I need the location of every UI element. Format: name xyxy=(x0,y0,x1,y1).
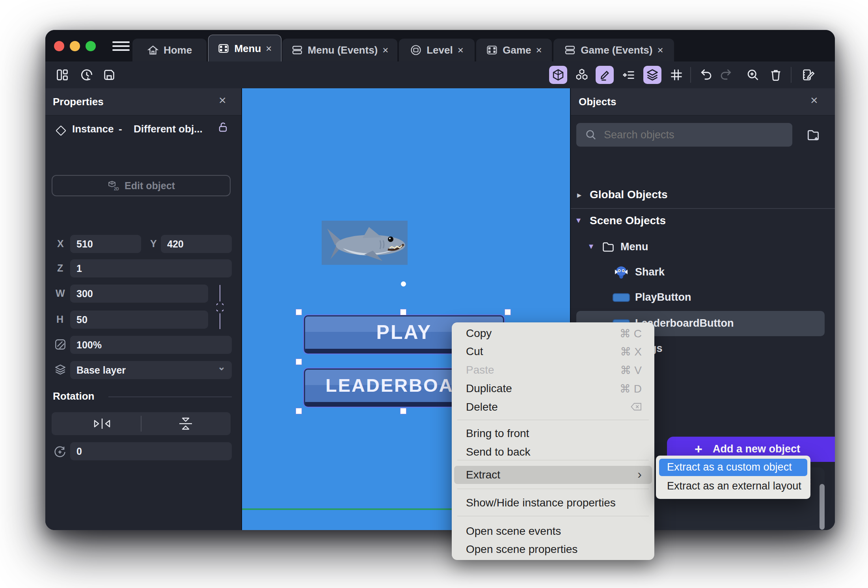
panel-title: Objects xyxy=(579,96,616,108)
menu-item-show-hide-instance-properties[interactable]: Show/Hide instance properties xyxy=(466,497,616,509)
close-icon[interactable]: × xyxy=(266,43,272,55)
menu-item-send-to-back[interactable]: Send to back xyxy=(466,446,530,458)
search-input[interactable] xyxy=(603,128,786,141)
window-close-button[interactable] xyxy=(54,41,64,51)
close-icon[interactable]: × xyxy=(657,44,663,56)
group-global-objects[interactable]: Global Objects xyxy=(590,188,668,201)
instances-list-button[interactable] xyxy=(620,66,638,84)
trash-button[interactable] xyxy=(767,66,785,84)
menu-item-extract-highlight[interactable]: Extract › xyxy=(454,466,652,484)
tree-row-playbutton[interactable]: PlayButton ⋮ xyxy=(571,287,835,308)
close-icon[interactable]: × xyxy=(382,44,388,56)
rotate-angle-icon xyxy=(53,445,67,459)
scene-properties-button[interactable] xyxy=(799,66,818,84)
submenu-item-extract-custom-object[interactable]: Extract as a custom object xyxy=(659,459,807,476)
layer-icon xyxy=(54,363,67,376)
close-icon[interactable]: × xyxy=(810,93,818,108)
layer-select-value: Base layer xyxy=(76,365,126,376)
submenu-label: Extract as a custom object xyxy=(667,461,792,473)
opacity-icon xyxy=(54,338,67,351)
selection-handle[interactable] xyxy=(296,408,302,414)
link-dimensions-line xyxy=(220,313,220,329)
tab-label: Home xyxy=(164,44,192,56)
rotation-angle-input[interactable] xyxy=(70,442,232,460)
selection-handle[interactable] xyxy=(400,309,406,315)
redo-button[interactable] xyxy=(717,66,736,84)
objects-editor-button[interactable] xyxy=(573,66,591,84)
rotation-handle[interactable] xyxy=(401,281,406,287)
menu-item-paste[interactable]: Paste xyxy=(466,364,494,376)
properties-panel: Properties × Instance - Different obj...… xyxy=(45,88,241,530)
menu-shortcut: ⌘ D xyxy=(620,382,642,395)
tree-label: PlayButton xyxy=(635,291,691,303)
close-icon[interactable]: × xyxy=(536,44,542,56)
shark-sprite[interactable] xyxy=(322,221,408,265)
tree-row-shark[interactable]: Shark ⋮ xyxy=(571,262,835,283)
play-button-label: PLAY xyxy=(376,321,432,343)
hamburger-menu-icon[interactable] xyxy=(112,41,130,51)
opacity-input[interactable] xyxy=(70,336,232,354)
titlebar: Home Menu × Menu (Events) × Level × Game… xyxy=(45,30,835,61)
chevron-down-icon: ⌄ xyxy=(218,358,225,376)
tab-label: Level xyxy=(427,44,453,56)
close-icon[interactable]: × xyxy=(458,44,464,56)
flip-vertical-button[interactable] xyxy=(178,417,194,431)
zoom-in-button[interactable] xyxy=(744,66,762,84)
panels-layout-button[interactable] xyxy=(53,66,71,84)
instance-object-name: Different obj... xyxy=(134,123,203,135)
tab-menu-events[interactable]: Menu (Events) × xyxy=(282,39,397,61)
rotation-section-title: Rotation xyxy=(53,390,94,402)
tab-game-events[interactable]: Game (Events) × xyxy=(553,39,674,61)
w-input[interactable] xyxy=(70,285,208,303)
window-minimize-button[interactable] xyxy=(70,41,80,51)
window-maximize-button[interactable] xyxy=(86,41,96,51)
group-scene-objects[interactable]: Scene Objects xyxy=(590,214,666,227)
menu-item-delete[interactable]: Delete xyxy=(466,401,498,413)
submenu-item-extract-external-layout[interactable]: Extract as an external layout xyxy=(659,478,807,495)
tab-label: Game xyxy=(503,44,531,56)
close-icon[interactable]: × xyxy=(219,93,226,108)
menu-item-duplicate[interactable]: Duplicate xyxy=(466,382,512,395)
level-tab-icon xyxy=(410,44,422,56)
x-input[interactable] xyxy=(70,235,141,253)
instance-type-label: Instance xyxy=(72,123,114,135)
layers-button[interactable] xyxy=(643,66,661,84)
chevron-expanded-icon[interactable]: ▾ xyxy=(576,215,581,225)
h-input[interactable] xyxy=(70,311,208,329)
selection-handle[interactable] xyxy=(505,309,511,315)
z-input[interactable] xyxy=(70,259,232,277)
w-label: W xyxy=(56,288,65,299)
selection-handle[interactable] xyxy=(400,408,406,414)
layers-scrollbar[interactable] xyxy=(820,484,825,530)
menu-item-cut[interactable]: Cut xyxy=(466,345,483,358)
flip-horizontal-button[interactable] xyxy=(93,417,111,430)
undo-button[interactable] xyxy=(697,66,715,84)
link-dimensions-line xyxy=(220,285,220,301)
grid-button[interactable] xyxy=(667,66,685,84)
edit-object-button[interactable]: 2D Edit object xyxy=(52,175,231,196)
tree-label: Shark xyxy=(635,266,665,278)
add-folder-icon[interactable] xyxy=(806,128,821,143)
layer-select[interactable]: Base layer ⌄ xyxy=(70,361,232,379)
tab-level[interactable]: Level × xyxy=(399,39,475,61)
menu-item-bring-to-front[interactable]: Bring to front xyxy=(466,427,529,440)
menu-item-copy[interactable]: Copy xyxy=(466,327,492,340)
history-button[interactable] xyxy=(78,66,96,84)
toggle-3d-view-button[interactable] xyxy=(549,66,567,84)
menu-item-open-scene-properties[interactable]: Open scene properties xyxy=(466,543,577,556)
chevron-collapsed-icon[interactable]: ▸ xyxy=(577,190,581,200)
tab-menu[interactable]: Menu × xyxy=(208,35,281,62)
menu-item-open-scene-events[interactable]: Open scene events xyxy=(466,525,561,538)
tree-row-menu-folder[interactable]: ▾ Menu ⋮ xyxy=(571,236,835,258)
y-input[interactable] xyxy=(161,235,232,253)
selection-handle[interactable] xyxy=(296,359,302,365)
unlock-icon[interactable] xyxy=(217,121,229,133)
shark-object-thumbnail xyxy=(613,264,629,280)
link-dimensions-icon[interactable] xyxy=(216,302,224,313)
selection-handle[interactable] xyxy=(296,309,302,315)
flip-buttons-bar xyxy=(52,412,231,435)
edit-instances-button[interactable] xyxy=(596,66,614,84)
save-button[interactable] xyxy=(100,66,118,84)
tab-game[interactable]: Game × xyxy=(476,39,552,61)
tab-home[interactable]: Home xyxy=(132,39,207,61)
